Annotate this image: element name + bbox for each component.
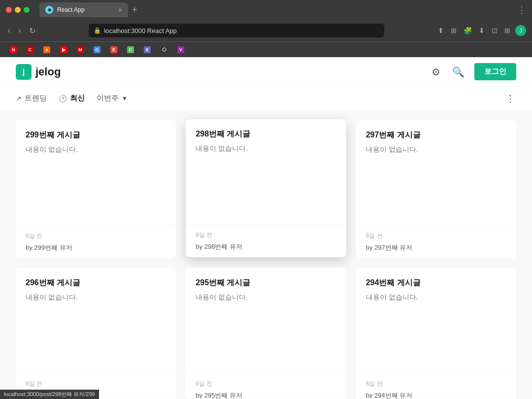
bookmark-n[interactable]: N xyxy=(6,45,21,55)
card-299-date: 6일 전 xyxy=(26,232,166,240)
bookmark-ext2-icon: C xyxy=(127,46,134,53)
login-button[interactable]: 로그인 xyxy=(474,63,516,80)
trending-icon: ↗ xyxy=(16,95,22,102)
share-button[interactable]: ⬆ xyxy=(436,26,446,35)
card-294-author: by 294번째 유저 xyxy=(366,391,506,399)
card-295-content: 내용이 없습니다. xyxy=(196,293,336,364)
card-297-content: 내용이 없습니다. xyxy=(366,145,506,216)
nav-bar: ‹ › ↻ 🔒 localhost:3000 React App ⬆ ⊞ 🧩 ⬇… xyxy=(0,20,532,41)
card-295-title: 295번째 게시글 xyxy=(196,278,336,288)
cards-grid: 299번째 게시글 내용이 없습니다. 6일 전 by 299번째 유저 298… xyxy=(16,120,516,399)
card-296-title: 296번째 게시글 xyxy=(26,278,166,288)
browser-menu-button[interactable]: ⋮ xyxy=(517,4,526,15)
tab-bar: ⚛ React App × + xyxy=(39,2,502,17)
card-294[interactable]: 294번째 게시글 내용이 없습니다. 6일 전 by 294번째 유저 xyxy=(356,268,516,399)
card-297-title: 297번째 게시글 xyxy=(366,130,506,140)
card-296-body: 296번째 게시글 내용이 없습니다. xyxy=(16,268,176,373)
bookmark-gh[interactable]: ⬡ xyxy=(157,45,171,55)
tab-trending-label: 트렌딩 xyxy=(25,94,47,103)
forward-button[interactable]: › xyxy=(16,24,23,37)
tab-grid-button[interactable]: ⊞ xyxy=(502,26,512,35)
extensions-button[interactable]: 🧩 xyxy=(462,26,474,35)
bookmark-g-icon: G xyxy=(94,46,100,53)
card-296-date: 6일 전 xyxy=(26,380,166,388)
tab-favicon: ⚛ xyxy=(45,6,53,14)
status-url: localhost:3000/post/298번째 유저/299 xyxy=(4,391,95,397)
download-button[interactable]: ⬇ xyxy=(477,26,487,35)
logo-icon: j xyxy=(16,64,32,80)
traffic-lights xyxy=(6,7,30,13)
logo-wrapper: j jelog xyxy=(16,64,430,80)
card-294-title: 294번째 게시글 xyxy=(366,278,506,288)
address-text: localhost:3000 React App xyxy=(104,27,379,34)
bookmarks-bar: N C ● ▶ M G E C E ⬡ V xyxy=(0,41,532,57)
card-299-title: 299번째 게시글 xyxy=(26,130,166,140)
search-button[interactable]: 🔍 xyxy=(450,64,466,80)
card-297-author: by 297번째 유저 xyxy=(366,243,506,252)
bookmark-ext2[interactable]: C xyxy=(123,45,138,55)
bookmark-g[interactable]: G xyxy=(90,45,104,55)
tab-thisweek-label: 이번주 xyxy=(97,94,119,103)
card-299[interactable]: 299번째 게시글 내용이 없습니다. 6일 전 by 299번째 유저 xyxy=(16,120,176,258)
minimize-button[interactable] xyxy=(15,7,21,13)
card-298-content: 내용이 없습니다. xyxy=(196,144,336,215)
bookmark-gh-icon: ⬡ xyxy=(161,46,167,53)
bookmark-yt[interactable]: ▶ xyxy=(56,45,71,55)
tab-recent[interactable]: 🕐 최신 xyxy=(59,88,85,109)
tab-title: React App xyxy=(57,6,84,13)
card-298-body: 298번째 게시글 내용이 없습니다. xyxy=(186,119,346,225)
bookmark-circle[interactable]: ● xyxy=(39,45,54,55)
address-bar[interactable]: 🔒 localhost:3000 React App xyxy=(89,24,384,37)
bookmark-ext1[interactable]: E xyxy=(106,45,121,55)
bookmark-button[interactable]: ⊞ xyxy=(449,26,459,35)
bookmark-ext3[interactable]: E xyxy=(140,45,155,55)
bookmark-circle-icon: ● xyxy=(43,46,50,53)
close-button[interactable] xyxy=(6,7,12,13)
card-295[interactable]: 295번째 게시글 내용이 없습니다. 6일 전 by 295번째 유저 xyxy=(186,268,346,399)
new-tab-button[interactable]: + xyxy=(132,5,137,15)
app-content: j jelog ⚙ 🔍 로그인 ↗ 트렌딩 🕐 최신 이번주 ▼ ⋮ xyxy=(0,57,532,399)
title-bar: ⚛ React App × + ⋮ xyxy=(0,0,532,20)
nav-tabs: ↗ 트렌딩 🕐 최신 이번주 ▼ ⋮ xyxy=(0,87,532,110)
card-297[interactable]: 297번째 게시글 내용이 없습니다. 6일 전 by 297번째 유저 xyxy=(356,120,516,258)
card-297-date: 6일 전 xyxy=(366,232,506,240)
browser-tab[interactable]: ⚛ React App × xyxy=(39,2,128,17)
bookmark-m[interactable]: M xyxy=(73,45,88,55)
card-297-footer: 6일 전 by 297번째 유저 xyxy=(356,226,516,258)
card-295-body: 295번째 게시글 내용이 없습니다. xyxy=(186,268,346,373)
logo-text: jelog xyxy=(35,66,61,78)
bookmark-c[interactable]: C xyxy=(23,45,37,55)
tab-trending[interactable]: ↗ 트렌딩 xyxy=(16,88,47,109)
bookmark-ext4-icon: V xyxy=(177,46,184,53)
bookmark-ext4[interactable]: V xyxy=(173,45,188,55)
card-296-content: 내용이 없습니다. xyxy=(26,293,166,364)
bookmark-ext3-icon: E xyxy=(144,46,151,53)
cards-container: 299번째 게시글 내용이 없습니다. 6일 전 by 299번째 유저 298… xyxy=(0,110,532,399)
bookmark-c-icon: C xyxy=(27,46,33,53)
card-299-body: 299번째 게시글 내용이 없습니다. xyxy=(16,120,176,226)
card-298-author: by 298번째 유저 xyxy=(196,242,336,251)
card-297-body: 297번째 게시글 내용이 없습니다. xyxy=(356,120,516,226)
arrow-down-icon: ▼ xyxy=(122,95,128,102)
browser-chrome: ⚛ React App × + ⋮ ‹ › ↻ 🔒 localhost:3000… xyxy=(0,0,532,57)
card-295-date: 6일 전 xyxy=(196,380,336,388)
back-button[interactable]: ‹ xyxy=(6,24,12,37)
bookmark-ext1-icon: E xyxy=(110,46,117,53)
reload-button[interactable]: ↻ xyxy=(27,24,37,37)
cast-button[interactable]: ⊡ xyxy=(490,26,499,35)
more-options-button[interactable]: ⋮ xyxy=(505,93,516,104)
tab-recent-label: 최신 xyxy=(70,94,85,103)
profile-button[interactable]: J xyxy=(515,25,526,36)
card-296[interactable]: 296번째 게시글 내용이 없습니다. 6일 전 by 296번째 유저 xyxy=(16,268,176,399)
card-298-date: 6일 전 xyxy=(196,231,336,239)
maximize-button[interactable] xyxy=(24,7,30,13)
card-298-title: 298번째 게시글 xyxy=(196,129,336,139)
card-294-date: 6일 전 xyxy=(366,380,506,388)
bookmark-n-icon: N xyxy=(10,46,17,53)
card-295-author: by 295번째 유저 xyxy=(196,391,336,399)
card-298[interactable]: 298번째 게시글 내용이 없습니다. 6일 전 by 298번째 유저 xyxy=(186,119,346,257)
tab-close-button[interactable]: × xyxy=(118,6,122,14)
tab-thisweek[interactable]: 이번주 ▼ xyxy=(97,88,128,109)
settings-button[interactable]: ⚙ xyxy=(430,64,442,80)
app-header: j jelog ⚙ 🔍 로그인 xyxy=(0,57,532,87)
